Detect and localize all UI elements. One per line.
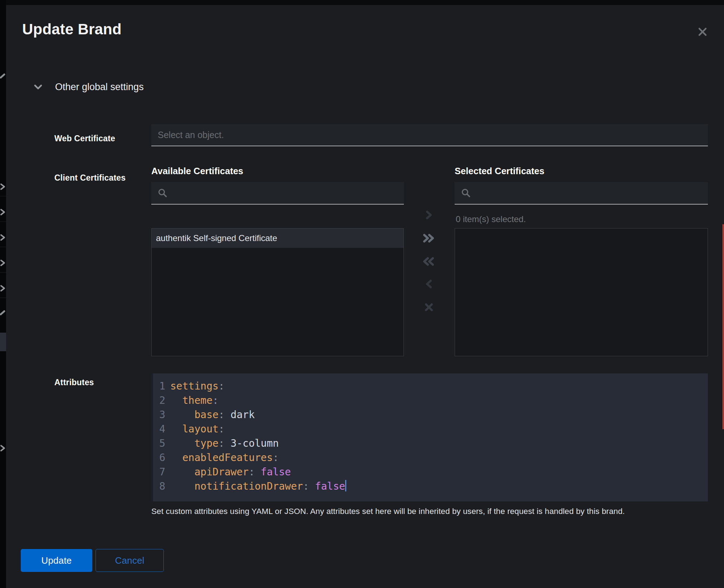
code-line: 2 theme: — [153, 393, 708, 408]
code-line: 4 layout: — [153, 422, 708, 436]
available-search-box — [151, 182, 404, 205]
screen: Update Brand Other global settings Web C… — [0, 0, 724, 588]
section-label: Other global settings — [55, 82, 144, 93]
search-icon — [158, 188, 167, 198]
red-edge-line — [723, 224, 724, 429]
attributes-code-editor[interactable]: 1settings: 2 theme: 3 base: dark 4 layou… — [151, 373, 708, 501]
update-button[interactable]: Update — [21, 549, 92, 572]
highlighted-row-fragment — [0, 333, 6, 351]
available-certificates-list[interactable]: authentik Self-signed Certificate — [151, 228, 404, 356]
list-item[interactable]: authentik Self-signed Certificate — [152, 229, 403, 248]
code-line: 7 apiDrawer: false — [153, 465, 708, 479]
check-icon-fragment — [0, 310, 5, 316]
selected-search-box — [455, 182, 708, 205]
attributes-label: Attributes — [54, 378, 94, 387]
available-certificates-header: Available Certificates — [151, 166, 243, 176]
add-selected-icon[interactable] — [420, 206, 438, 224]
section-toggle-other-global-settings[interactable]: Other global settings — [28, 82, 144, 93]
code-line: 5 type: 3-column — [153, 436, 708, 451]
page-title: Update Brand — [22, 21, 122, 38]
available-search-input[interactable] — [167, 182, 404, 204]
search-icon — [461, 188, 471, 198]
attributes-help-text: Set custom attributes using YAML or JSON… — [151, 507, 688, 516]
close-icon[interactable] — [696, 25, 709, 39]
chevron-down-icon — [28, 84, 42, 90]
chevron-right-icon — [0, 183, 5, 192]
text-cursor — [345, 480, 346, 491]
web-certificate-input[interactable] — [151, 124, 708, 146]
code-line: 8 notificationDrawer: false — [153, 479, 708, 494]
client-certificates-label: Client Certificates — [54, 173, 126, 183]
update-brand-modal: Update Brand Other global settings Web C… — [6, 5, 724, 588]
selected-search-input[interactable] — [471, 182, 708, 204]
web-certificate-label: Web Certificate — [54, 134, 115, 143]
selected-certificates-header: Selected Certificates — [455, 166, 544, 176]
selected-count-status: 0 item(s) selected. — [456, 214, 526, 224]
code-line: 6 enabledFeatures: — [153, 451, 708, 465]
code-line: 1settings: — [153, 379, 708, 393]
cancel-button[interactable]: Cancel — [96, 549, 164, 572]
selected-certificates-list[interactable] — [455, 228, 708, 356]
edit-icon-fragment — [0, 73, 5, 79]
remove-selected-icon[interactable] — [420, 275, 438, 293]
chevron-right-icon — [0, 234, 5, 242]
remove-all-icon[interactable] — [420, 253, 438, 270]
clear-selection-icon[interactable] — [420, 299, 438, 316]
chevron-right-icon — [0, 445, 5, 453]
add-all-icon[interactable] — [420, 230, 438, 247]
chevron-right-icon — [0, 285, 5, 293]
chevron-right-icon — [0, 259, 5, 268]
background-page-sliver — [0, 0, 6, 588]
chevron-right-icon — [0, 209, 5, 217]
code-line: 3 base: dark — [153, 408, 708, 422]
